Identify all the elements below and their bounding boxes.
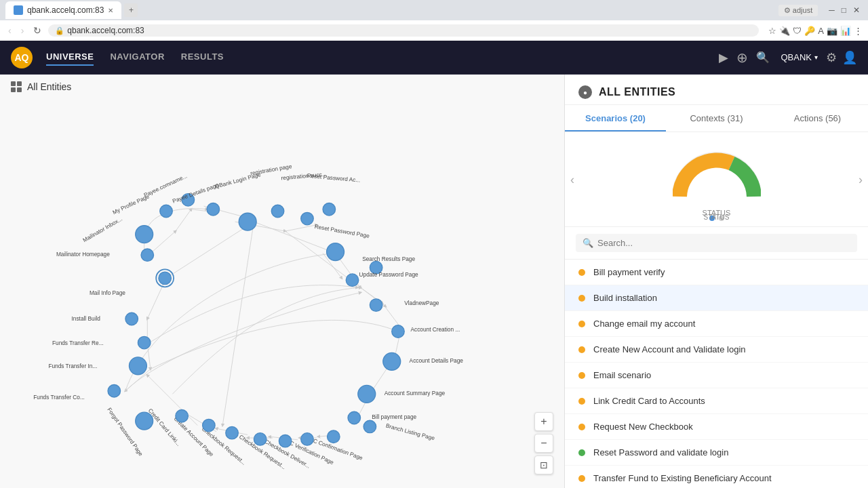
zoom-out-button[interactable]: −	[534, 434, 553, 453]
svg-text:12: 12	[693, 180, 704, 190]
svg-text:Search Results Page: Search Results Page	[362, 256, 415, 262]
chart-prev-button[interactable]: ‹	[570, 172, 574, 186]
user-chevron-icon: ▾	[814, 54, 818, 61]
zoom-reset-button[interactable]: ⊡	[534, 455, 553, 474]
tab-scenarios[interactable]: Scenarios (20)	[565, 105, 666, 131]
panel-tabs: Scenarios (20) Contexts (31) Actions (56…	[565, 105, 868, 132]
svg-point-90	[141, 249, 153, 261]
svg-line-16	[222, 222, 254, 425]
svg-text:Mailinator Homepage: Mailinator Homepage	[56, 251, 110, 258]
list-item[interactable]: Create New Account and Validate login	[565, 337, 868, 363]
status-label-text: STATUS	[704, 214, 730, 221]
svg-point-29	[136, 226, 153, 243]
svg-point-61	[363, 420, 376, 432]
tab-actions[interactable]: Actions (56)	[767, 105, 868, 131]
url-text: qbank.accelq.com:83	[67, 26, 144, 35]
list-item[interactable]: Reset Password and validate login	[565, 440, 868, 466]
reload-button[interactable]: ↻	[31, 24, 44, 37]
svg-text:Account Summary Page: Account Summary Page	[384, 390, 446, 396]
top-navigation: AQ UNIVERSE NAVIGATOR RESULTS ▶ ⊕ 🔍 QBAN…	[0, 41, 868, 75]
user-avatar-icon[interactable]: 👤	[842, 50, 857, 65]
svg-point-39	[271, 205, 283, 217]
tab-close-button[interactable]: ✕	[108, 7, 113, 14]
tab-contexts[interactable]: Contexts (31)	[666, 105, 767, 131]
extension-icon[interactable]: 🔌	[779, 26, 790, 36]
list-item[interactable]: Change email my account	[565, 311, 868, 337]
svg-text:Funds Transfer Co...: Funds Transfer Co...	[33, 394, 85, 401]
tab-favicon	[14, 5, 23, 15]
active-tab[interactable]: qbank.accelq.com:83 ✕	[5, 1, 121, 19]
minimize-button[interactable]: ─	[826, 5, 837, 15]
svg-text:Reset Password Ac...: Reset Password Ac...	[307, 172, 360, 184]
status-dot	[578, 269, 585, 276]
list-item[interactable]: Bill payment verify	[565, 260, 868, 285]
svg-point-45	[327, 243, 344, 261]
list-item[interactable]: Email scenario	[565, 363, 868, 388]
svg-point-43	[323, 203, 335, 215]
user-menu[interactable]: QBANK ▾	[781, 52, 818, 62]
svg-point-49	[346, 274, 358, 286]
scenario-name: Transfer Fund to Existing Beneficiary Ac…	[593, 473, 772, 483]
settings-icon[interactable]: ⚙	[826, 50, 837, 65]
nav-links: UNIVERSE NAVIGATOR RESULTS	[46, 49, 719, 66]
svg-line-4	[382, 303, 401, 328]
search-icon: 🔍	[583, 238, 593, 248]
svg-line-13	[285, 225, 317, 231]
zoom-controls: + − ⊡	[534, 412, 553, 474]
scenario-name: Bill payment verify	[593, 267, 665, 277]
svg-text:Funds Transfer In...: Funds Transfer In...	[48, 363, 97, 369]
list-item[interactable]: Link Credit Card to Accounts	[565, 388, 868, 414]
scenario-name: Link Credit Card to Accounts	[593, 396, 705, 406]
graph-nodes[interactable]: Mailinator Inbox... My Profile Page Paye…	[33, 163, 463, 470]
app-logo[interactable]: AQ	[11, 47, 33, 68]
zoom-in-button[interactable]: +	[534, 412, 553, 431]
scenario-search-input[interactable]	[597, 238, 850, 248]
status-dot	[578, 424, 585, 430]
shield-icon[interactable]: 🛡	[793, 26, 802, 36]
grid-icon	[11, 81, 22, 92]
status-dot	[578, 398, 585, 405]
svg-point-55	[383, 352, 401, 370]
list-item[interactable]: Request New Checkbook	[565, 414, 868, 440]
nav-universe[interactable]: UNIVERSE	[46, 49, 94, 66]
panel-header: ● ALL ENTITIES	[565, 75, 868, 105]
new-tab-button[interactable]: +	[124, 3, 138, 17]
svg-text:Install Build: Install Build	[72, 315, 101, 322]
translate-icon[interactable]: A	[818, 26, 824, 36]
svg-point-35	[207, 203, 219, 215]
nav-results[interactable]: RESULTS	[181, 49, 224, 66]
play-icon[interactable]: ▶	[719, 50, 728, 65]
svg-point-71	[226, 426, 238, 439]
search-nav-icon[interactable]: 🔍	[756, 51, 770, 64]
svg-point-83	[138, 336, 150, 348]
panel-icon: ●	[578, 85, 592, 99]
close-button[interactable]: ✕	[850, 5, 863, 15]
stats-icon[interactable]: 📊	[840, 26, 851, 36]
bookmark-icon[interactable]: ☆	[768, 26, 776, 36]
add-icon[interactable]: ⊕	[736, 49, 748, 66]
svg-line-0	[166, 222, 254, 278]
panel-title: ALL ENTITIES	[599, 86, 675, 98]
address-bar[interactable]: 🔒 qbank.accelq.com:83	[48, 24, 759, 37]
status-dot	[578, 449, 585, 456]
breadcrumb: All Entities	[11, 81, 71, 92]
browser-profile[interactable]: ⚙ adjust	[778, 5, 818, 16]
back-button[interactable]: ‹	[5, 24, 14, 37]
maximize-button[interactable]: □	[839, 5, 849, 15]
svg-text:Mailinator Inbox...: Mailinator Inbox...	[81, 216, 123, 243]
tab-title: qbank.accelq.com:83	[27, 5, 104, 15]
svg-point-81	[129, 357, 146, 375]
password-icon[interactable]: 🔑	[804, 26, 815, 36]
forward-button[interactable]: ›	[18, 24, 27, 37]
svg-point-73	[203, 419, 215, 431]
screenshot-icon[interactable]: 📷	[827, 26, 837, 36]
chart-next-button[interactable]: ›	[859, 172, 863, 186]
list-item[interactable]: Transfer Fund to Existing Beneficiary Ac…	[565, 466, 868, 488]
svg-point-65	[301, 433, 313, 445]
status-dot	[578, 475, 585, 482]
search-input-wrapper: 🔍	[576, 234, 857, 252]
nav-navigator[interactable]: NAVIGATOR	[110, 49, 164, 66]
menu-icon[interactable]: ⋮	[854, 26, 863, 36]
search-section: 🔍	[565, 227, 868, 260]
list-item[interactable]: Build installation	[565, 285, 868, 311]
